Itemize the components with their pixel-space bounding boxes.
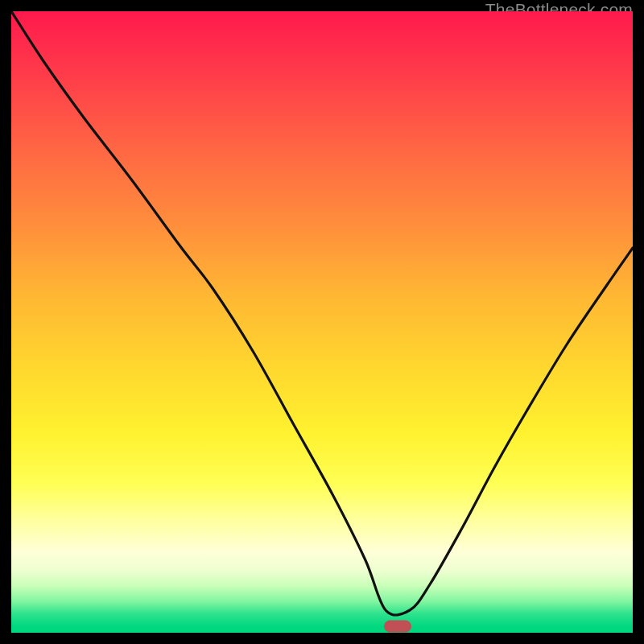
chart-background-gradient — [11, 11, 633, 633]
chart-frame — [11, 11, 633, 633]
optimal-point-marker — [384, 621, 411, 633]
